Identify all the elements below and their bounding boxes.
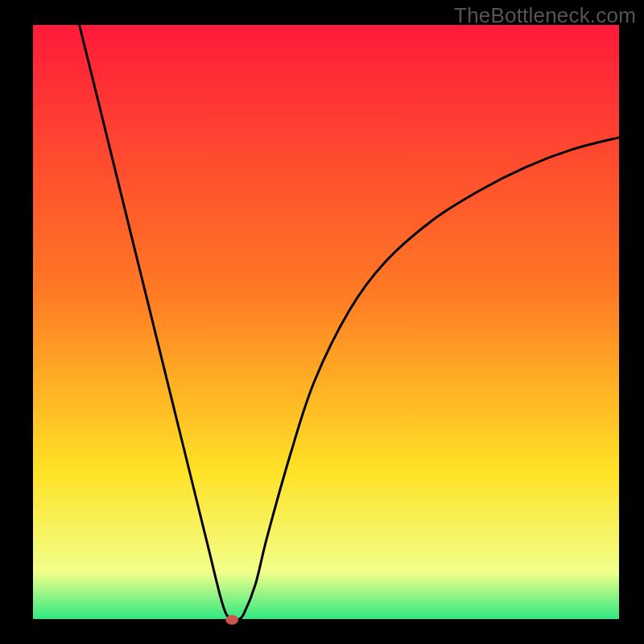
minimum-marker (225, 615, 238, 625)
chart-container: TheBottleneck.com (0, 0, 644, 644)
plot-background (32, 24, 620, 620)
bottleneck-plot (0, 0, 644, 644)
watermark-text: TheBottleneck.com (454, 3, 636, 28)
